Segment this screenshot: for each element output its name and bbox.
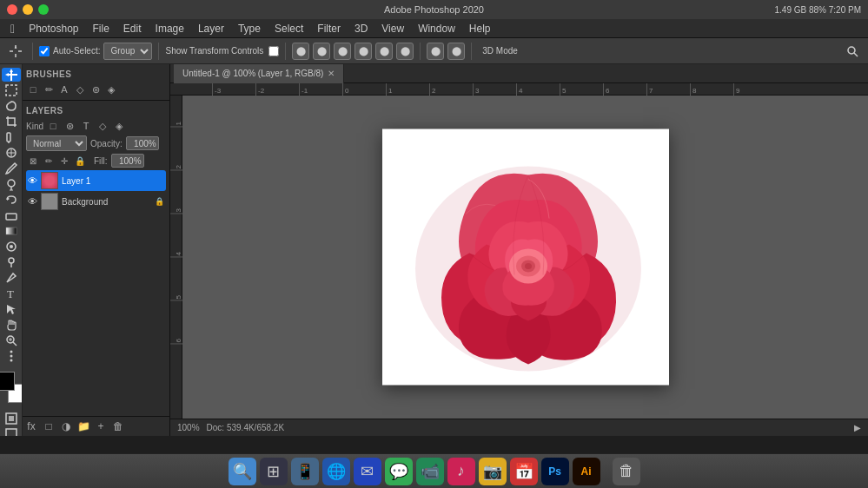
zoom-tool[interactable]	[2, 333, 21, 347]
menu-3d[interactable]: 3D	[348, 21, 374, 36]
layer-mask-button[interactable]: □	[42, 419, 56, 433]
minimize-button[interactable]	[23, 4, 33, 15]
menu-image[interactable]: Image	[149, 21, 191, 36]
hand-tool[interactable]	[2, 318, 21, 332]
dock-safari-icon[interactable]: 🌐	[322, 458, 350, 485]
layer-group-button[interactable]: 📁	[76, 419, 90, 433]
kind-icon-adj[interactable]: ⊛	[63, 119, 76, 133]
foreground-background-colors[interactable]: ⇄ ↺	[0, 372, 23, 403]
menu-select[interactable]: Select	[268, 21, 310, 36]
quick-mask-mode[interactable]	[2, 412, 21, 425]
clone-stamp-tool[interactable]	[2, 177, 21, 191]
dock-trash-icon[interactable]: 🗑	[613, 458, 640, 485]
dock-finder-icon[interactable]: 🔍	[229, 458, 256, 485]
fill-input[interactable]: 100%	[111, 154, 144, 168]
menu-filter[interactable]: Filter	[310, 21, 348, 36]
foreground-color-swatch[interactable]	[0, 372, 15, 391]
brush-type-smart[interactable]: ◈	[104, 82, 118, 96]
healing-brush-tool[interactable]	[2, 146, 21, 160]
document-tab[interactable]: Untitled-1 @ 100% (Layer 1, RGB/8) ✕	[174, 64, 344, 83]
dock-launchpad-icon[interactable]: ⊞	[260, 458, 288, 485]
extra-tools[interactable]	[2, 349, 21, 363]
dodge-tool[interactable]	[2, 255, 21, 269]
eraser-tool[interactable]	[2, 208, 21, 222]
lock-transparent-icon[interactable]: ⊠	[26, 154, 40, 168]
crop-tool[interactable]	[2, 115, 21, 129]
brush-type-pixel[interactable]: □	[26, 82, 40, 96]
dock-ps-icon[interactable]: Ps	[541, 458, 569, 485]
show-transform-checkbox[interactable]	[268, 46, 279, 56]
brush-type-text[interactable]: A	[57, 82, 71, 96]
canvas-document[interactable]	[182, 96, 868, 419]
menu-edit[interactable]: Edit	[116, 21, 149, 36]
maximize-button[interactable]	[38, 4, 49, 15]
menu-view[interactable]: View	[374, 21, 411, 36]
search-button[interactable]	[842, 42, 863, 61]
dock-apps-icon[interactable]: 📱	[291, 458, 319, 485]
blend-mode-dropdown[interactable]: Normal	[26, 135, 87, 151]
eyedropper-tool[interactable]	[2, 130, 21, 144]
lock-pixels-icon[interactable]: ✏	[42, 154, 56, 168]
menu-type[interactable]: Type	[231, 21, 268, 36]
align-center-button[interactable]: ⬤	[313, 43, 330, 60]
dock-calendar-icon[interactable]: 📅	[510, 458, 538, 485]
layer-fx-button[interactable]: fx	[24, 419, 38, 433]
distribute-v-button[interactable]: ⬤	[447, 43, 465, 60]
kind-icon-type[interactable]: T	[79, 119, 93, 133]
layer-row[interactable]: 👁 Background 🔒	[26, 191, 166, 212]
dock-facetime-icon[interactable]: 📹	[416, 458, 444, 485]
kind-icon-smart[interactable]: ◈	[112, 119, 126, 133]
align-top-button[interactable]: ⬤	[354, 43, 372, 60]
layer-row[interactable]: 👁 Layer 1	[26, 170, 166, 191]
apple-logo[interactable]: 	[3, 22, 22, 36]
screen-mode[interactable]	[2, 427, 21, 436]
scroll-arrow[interactable]: ▶	[854, 423, 861, 432]
layer-new-button[interactable]: +	[94, 419, 108, 433]
align-right-button[interactable]: ⬤	[334, 43, 351, 60]
brush-type-adj[interactable]: ⊛	[89, 82, 103, 96]
brush-tool[interactable]	[2, 162, 21, 175]
dock-music-icon[interactable]: ♪	[447, 458, 475, 485]
menu-file[interactable]: File	[86, 21, 116, 36]
menu-help[interactable]: Help	[462, 21, 498, 36]
dock-mail-icon[interactable]: ✉	[354, 458, 381, 485]
align-bottom-button[interactable]: ⬤	[396, 43, 414, 60]
opacity-input[interactable]: 100%	[126, 136, 159, 150]
dock-photos-icon[interactable]: 📷	[479, 458, 507, 485]
move-tool-icon[interactable]	[5, 42, 26, 61]
layer-adjustment-button[interactable]: ◑	[59, 419, 73, 433]
blur-tool[interactable]	[2, 240, 21, 254]
align-middle-button[interactable]: ⬤	[375, 43, 393, 60]
rectangular-marquee-tool[interactable]	[2, 83, 21, 97]
auto-select-type-dropdown[interactable]: Group	[103, 43, 152, 60]
menu-layer[interactable]: Layer	[191, 21, 231, 36]
menu-photoshop[interactable]: Photoshop	[22, 21, 85, 36]
dock-ai-icon[interactable]: Ai	[573, 458, 600, 485]
menu-window[interactable]: Window	[411, 21, 462, 36]
auto-select-checkbox[interactable]	[39, 46, 50, 56]
layer-visibility-icon[interactable]: 👁	[28, 175, 37, 186]
lock-position-icon[interactable]: ✛	[57, 154, 71, 168]
selection-tool[interactable]	[2, 302, 21, 316]
align-left-button[interactable]: ⬤	[292, 43, 309, 60]
close-button[interactable]	[7, 4, 17, 15]
kind-icon-shape[interactable]: ◇	[96, 119, 109, 133]
gradient-tool[interactable]	[2, 224, 21, 238]
tab-close-button[interactable]: ✕	[328, 69, 335, 78]
brush-type-pen[interactable]: ✏	[42, 82, 56, 96]
move-tool[interactable]	[2, 68, 21, 82]
3d-mode-button[interactable]: 3D Mode	[478, 42, 522, 61]
lasso-tool[interactable]	[2, 99, 21, 113]
history-brush-tool[interactable]	[2, 193, 21, 207]
layer-visibility-icon[interactable]: 👁	[28, 196, 37, 207]
distribute-h-button[interactable]: ⬤	[427, 43, 444, 60]
kind-icon-pixel[interactable]: □	[46, 119, 60, 133]
text-tool[interactable]: T	[2, 287, 21, 300]
lock-all-icon[interactable]: 🔒	[73, 154, 87, 168]
brush-type-shape[interactable]: ◇	[73, 82, 87, 96]
layer-delete-button[interactable]: 🗑	[111, 419, 125, 433]
pen-tool[interactable]	[2, 271, 21, 285]
scroll-right-icon[interactable]: ▶	[854, 423, 861, 432]
reset-colors-icon[interactable]: ↺	[0, 398, 1, 406]
dock-messages-icon[interactable]: 💬	[385, 458, 413, 485]
